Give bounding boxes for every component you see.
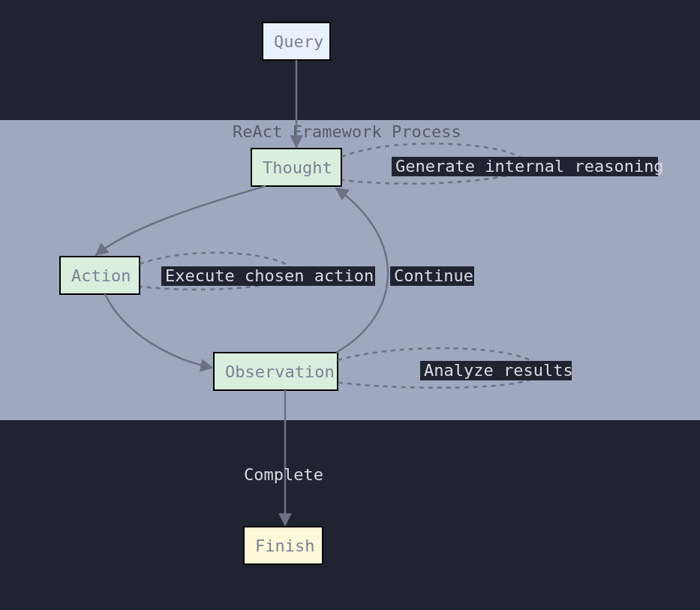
node-finish-label: Finish <box>255 536 314 555</box>
annot-thought: Generate internal reasoning <box>395 157 664 176</box>
annot-observation: Analyze results <box>424 361 573 380</box>
diagram-canvas: ReAct Framework Process Query Thought Ge… <box>0 0 700 610</box>
edge-continue-label: Continue <box>394 266 473 285</box>
node-observation-label: Observation <box>225 362 335 381</box>
node-thought-label: Thought <box>263 158 332 177</box>
annot-action: Execute chosen action <box>165 266 374 285</box>
node-action-label: Action <box>71 266 131 285</box>
edge-complete-label: Complete <box>244 465 323 484</box>
node-query-label: Query <box>274 32 323 51</box>
frame-title: ReAct Framework Process <box>233 122 461 141</box>
